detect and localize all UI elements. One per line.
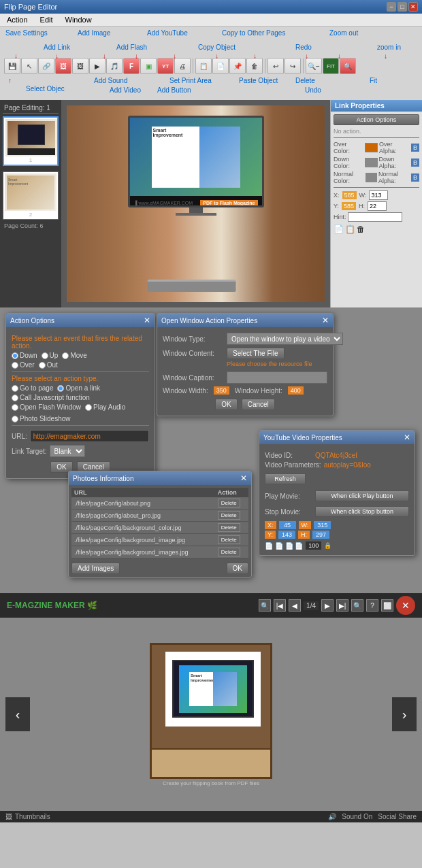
- add-image-button[interactable]: 🖼: [55, 58, 71, 74]
- yt-x-value: 45: [279, 521, 296, 529]
- prev-nav-left[interactable]: ‹: [5, 697, 30, 731]
- save-settings-button[interactable]: 💾: [4, 58, 20, 74]
- radio-javascript-dot: [12, 395, 18, 401]
- add-flash-button[interactable]: F: [123, 58, 140, 74]
- panel-icon-2[interactable]: 📋: [345, 224, 355, 234]
- radio-javascript[interactable]: Call Javascript function: [12, 394, 90, 401]
- delete-button[interactable]: 🗑: [246, 58, 263, 74]
- down-alpha-value[interactable]: B: [411, 158, 419, 167]
- over-color-label: Over Color:: [334, 141, 363, 154]
- action-options-close[interactable]: ✕: [144, 316, 150, 325]
- down-color-swatch[interactable]: [365, 158, 377, 167]
- print-area-button[interactable]: 🖨: [174, 58, 191, 74]
- page-thumb-2[interactable]: SmartImprovement 2: [3, 171, 59, 220]
- prev-nav-right[interactable]: ›: [392, 697, 417, 731]
- maximize-button[interactable]: □: [397, 2, 407, 12]
- refresh-button[interactable]: Refresh: [265, 473, 306, 484]
- radio-out[interactable]: Out: [39, 361, 58, 369]
- radio-open-link[interactable]: Open a link: [57, 384, 100, 392]
- delete-photo-5[interactable]: Delete: [218, 548, 240, 556]
- radio-flash[interactable]: Open Flash Window: [12, 403, 81, 411]
- select-object-button[interactable]: ↖: [21, 58, 37, 74]
- target-select[interactable]: Blank Self: [50, 445, 85, 457]
- thumbnails-label[interactable]: Thumbnails: [15, 813, 50, 820]
- delete-photo-3[interactable]: Delete: [218, 523, 240, 532]
- social-share-label[interactable]: Social Share: [378, 813, 417, 820]
- preview-section: E-MAGZINE MAKER 🌿 🔍 |◀ ◀ 1/4 ▶ ▶| 🔍 ? ⬜ …: [0, 593, 422, 811]
- radio-up[interactable]: Up: [42, 352, 59, 359]
- sound-on-label[interactable]: Sound On: [342, 813, 372, 820]
- radio-goto[interactable]: Go to page: [12, 384, 53, 392]
- normal-color-label: Normal Color:: [334, 171, 364, 184]
- radio-down[interactable]: Down: [12, 352, 37, 359]
- window-action-close[interactable]: ✕: [322, 316, 329, 325]
- normal-alpha-value[interactable]: B: [411, 173, 419, 182]
- w-coord-input[interactable]: [369, 190, 388, 200]
- add-button-button[interactable]: ▣: [140, 58, 157, 74]
- panel-icon-3[interactable]: 🗑: [357, 224, 365, 234]
- add-youtube-button[interactable]: YT: [157, 58, 174, 74]
- panel-icon-1[interactable]: 📄: [334, 224, 344, 234]
- photos-ok-button[interactable]: OK: [227, 563, 248, 574]
- youtube-close[interactable]: ✕: [404, 433, 410, 442]
- down-alpha-label: Down Alpha:: [379, 156, 410, 169]
- over-alpha-value[interactable]: B: [411, 144, 419, 152]
- fullscreen-btn[interactable]: ⬜: [381, 599, 393, 612]
- photos-title: Photoes Information: [73, 475, 134, 482]
- prev-first[interactable]: |◀: [274, 599, 286, 612]
- canvas-area[interactable]: SmartImprovement ▐ www.eMAGMAKER.COM PDF…: [61, 100, 330, 307]
- hint-input[interactable]: [348, 212, 402, 222]
- label-copy-obj: Copy Object: [198, 44, 236, 51]
- preview-controls: 🔍 |◀ ◀ 1/4 ▶ ▶| 🔍 ? ⬜ ✕: [259, 596, 415, 615]
- redo-button[interactable]: ↪: [285, 58, 301, 74]
- add-sound-button[interactable]: 🎵: [106, 58, 123, 74]
- copy-obj-button[interactable]: 📄: [212, 58, 229, 74]
- add-link-button[interactable]: 🔗: [38, 58, 54, 74]
- over-color-swatch[interactable]: [365, 143, 378, 152]
- prev-next[interactable]: ▶: [321, 599, 334, 612]
- add-video-button[interactable]: ▶: [89, 58, 106, 74]
- prev-last[interactable]: ▶|: [336, 599, 348, 612]
- fit-button[interactable]: FIT: [323, 58, 339, 74]
- menu-window[interactable]: Window: [63, 15, 95, 24]
- menu-edit[interactable]: Edit: [37, 15, 56, 24]
- radio-over[interactable]: Over: [12, 361, 35, 369]
- radio-up-dot: [42, 352, 48, 359]
- radio-audio[interactable]: Play Audio: [85, 403, 125, 411]
- zoom-in-prev[interactable]: 🔍: [259, 599, 271, 612]
- close-button[interactable]: ✕: [408, 2, 418, 12]
- help-btn[interactable]: ?: [366, 599, 378, 612]
- menu-action[interactable]: Action: [4, 15, 31, 24]
- paste-obj-button[interactable]: 📌: [229, 58, 246, 74]
- minimize-button[interactable]: −: [387, 2, 396, 12]
- stop-button[interactable]: When click Stop button: [315, 506, 409, 517]
- zoom-out-prev[interactable]: 🔍: [351, 599, 363, 612]
- url-sep: [12, 425, 149, 426]
- copy-other-button[interactable]: 📋: [195, 58, 212, 74]
- radio-move[interactable]: Move: [62, 352, 86, 359]
- normal-color-swatch[interactable]: [366, 173, 377, 182]
- caption-input[interactable]: [227, 371, 327, 384]
- prev-prev[interactable]: ◀: [289, 599, 301, 612]
- book-container: SmartImprovement Create your flipping bo…: [150, 643, 272, 786]
- preview-close-button[interactable]: ✕: [396, 596, 415, 615]
- zoom-out-button[interactable]: 🔍−: [306, 58, 322, 74]
- h-coord-input[interactable]: [368, 201, 387, 211]
- action-options-button[interactable]: Action Options: [334, 114, 419, 125]
- page-thumb-1[interactable]: 1: [3, 116, 59, 166]
- radio-slideshow[interactable]: Photo Slideshow: [12, 415, 71, 422]
- zoom-in-button[interactable]: 🔍: [340, 58, 356, 74]
- window-ok-button[interactable]: OK: [215, 399, 237, 410]
- photos-close[interactable]: ✕: [240, 473, 247, 483]
- delete-photo-2[interactable]: Delete: [218, 511, 240, 520]
- window-cancel-button[interactable]: Cancel: [242, 399, 275, 410]
- delete-photo-1[interactable]: Delete: [218, 499, 240, 507]
- undo-button[interactable]: ↩: [267, 58, 284, 74]
- window-type-select[interactable]: Open the window to play a video: [227, 333, 343, 345]
- add-images-button[interactable]: Add Images: [71, 563, 120, 574]
- play-button[interactable]: When click Play button: [315, 490, 409, 501]
- delete-photo-4[interactable]: Delete: [218, 535, 240, 544]
- add-image2-button[interactable]: 🖼: [72, 58, 88, 74]
- url-input[interactable]: [30, 430, 149, 442]
- select-file-button[interactable]: Select The File: [227, 348, 285, 359]
